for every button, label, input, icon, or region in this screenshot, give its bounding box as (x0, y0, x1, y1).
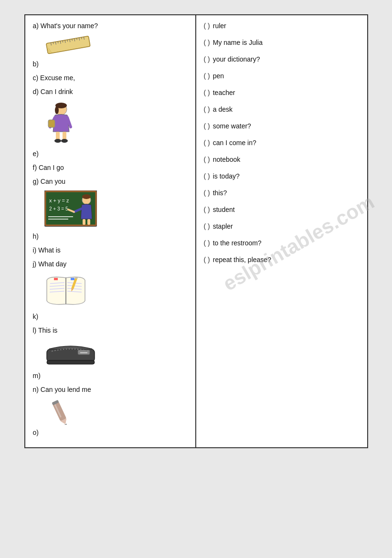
item-f-text: Can I go (39, 164, 64, 171)
right-item-12-text: stapler (213, 221, 233, 232)
right-item-13-text: to the restroom? (213, 238, 262, 248)
item-a-label: a) (33, 22, 39, 30)
right-item-0: ( ) ruler (204, 21, 360, 31)
pen-icon (44, 399, 78, 425)
right-item-11: ( ) student (204, 205, 360, 215)
right-item-9-text: is today? (213, 171, 240, 181)
svg-text:x + y = z: x + y = z (49, 198, 69, 203)
right-column: ( ) ruler ( ) My name is Julia ( ) your … (196, 15, 367, 447)
paren-4: ( ) (204, 88, 210, 98)
svg-rect-0 (46, 36, 90, 53)
item-j: j) What day (33, 259, 188, 269)
paren-13: ( ) (204, 238, 210, 248)
item-h-label: h) (33, 232, 39, 240)
right-item-12: ( ) stapler (204, 221, 360, 232)
right-item-10: ( ) this? (204, 188, 360, 198)
right-item-2-text: your dictionary? (213, 54, 260, 64)
paren-7: ( ) (204, 138, 210, 148)
teacher-icon: x + y = z 2 + 3 = 5 (44, 190, 97, 229)
right-item-5: ( ) a desk (204, 105, 360, 115)
svg-rect-38 (83, 219, 85, 225)
item-l-label: l) (33, 326, 37, 334)
item-i-label: i) (33, 246, 37, 254)
right-item-8: ( ) notebook (204, 155, 360, 165)
svg-point-20 (55, 106, 59, 114)
svg-point-35 (82, 194, 91, 199)
student-image-container (33, 101, 188, 146)
paren-9: ( ) (204, 171, 210, 181)
item-h: h) (33, 232, 188, 242)
item-j-text: What day (38, 260, 66, 268)
right-item-0-text: ruler (213, 21, 226, 31)
paren-8: ( ) (204, 155, 210, 165)
item-e-label: e) (33, 150, 39, 158)
right-item-7-text: can I come in? (213, 138, 256, 148)
svg-line-6 (63, 41, 63, 42)
stapler-image-container (33, 339, 188, 368)
item-a: a) What's your name? (33, 21, 188, 31)
right-item-1-text: My name is Julia (213, 38, 263, 48)
notebook-image-container (33, 273, 188, 309)
paren-12: ( ) (204, 221, 210, 232)
item-c-label: c) (33, 74, 39, 82)
right-item-7: ( ) can I come in? (204, 138, 360, 148)
ruler-icon (44, 35, 92, 56)
right-item-6-text: some water? (213, 121, 251, 131)
pen-image-container (33, 399, 188, 425)
item-g-text: Can you (41, 178, 65, 185)
item-d-label: d) (33, 88, 39, 95)
item-l: l) This is (33, 326, 188, 336)
item-d-text: Can I drink (41, 88, 73, 95)
svg-line-2 (53, 42, 53, 44)
right-item-4-text: teacher (213, 88, 235, 98)
paren-14: ( ) (204, 255, 210, 265)
item-c-text: Excuse me, (40, 74, 75, 82)
svg-line-8 (67, 40, 67, 42)
notebook-icon (44, 273, 87, 309)
right-item-14-text: repeat this, please? (213, 255, 271, 265)
right-item-2: ( ) your dictionary? (204, 54, 360, 64)
svg-line-4 (58, 42, 58, 43)
item-k-label: k) (33, 313, 39, 320)
paren-6: ( ) (204, 121, 210, 131)
right-item-5-text: a desk (213, 105, 233, 115)
item-m-label: m) (33, 372, 41, 379)
right-item-6: ( ) some water? (204, 121, 360, 131)
item-a-text: What's your name? (41, 22, 98, 30)
left-column: a) What's your name? (25, 15, 196, 447)
item-b-label: b) (33, 60, 39, 68)
svg-point-26 (54, 139, 61, 143)
stapler-icon (44, 339, 97, 368)
svg-rect-39 (87, 219, 90, 225)
right-item-1: ( ) My name is Julia (204, 38, 360, 48)
item-g: g) Can you (33, 177, 188, 187)
item-c: c) Excuse me, (33, 73, 188, 83)
right-item-9: ( ) is today? (204, 171, 360, 181)
paren-1: ( ) (204, 38, 210, 48)
paren-2: ( ) (204, 54, 210, 64)
svg-rect-49 (54, 278, 58, 280)
svg-marker-60 (64, 423, 68, 425)
right-item-8-text: notebook (213, 155, 241, 165)
item-n-label: n) (33, 386, 39, 393)
item-m: m) (33, 371, 188, 381)
item-g-label: g) (33, 178, 39, 185)
svg-line-12 (76, 38, 77, 40)
right-item-3-text: pen (213, 71, 224, 81)
item-n: n) Can you lend me (33, 385, 188, 395)
item-n-text: Can you lend me (41, 386, 91, 393)
item-j-label: j) (33, 260, 37, 268)
worksheet: a) What's your name? (24, 14, 368, 448)
paren-0: ( ) (204, 21, 210, 31)
paren-3: ( ) (204, 71, 210, 81)
item-k: k) (33, 312, 188, 322)
item-o: o) (33, 428, 188, 438)
right-item-11-text: student (213, 205, 235, 215)
paren-11: ( ) (204, 205, 210, 215)
right-item-10-text: this? (213, 188, 227, 198)
item-f: f) Can I go (33, 163, 188, 173)
svg-rect-56 (47, 360, 95, 364)
svg-rect-23 (48, 120, 55, 127)
item-i-text: What is (38, 246, 61, 254)
ruler-image-container (33, 35, 188, 56)
